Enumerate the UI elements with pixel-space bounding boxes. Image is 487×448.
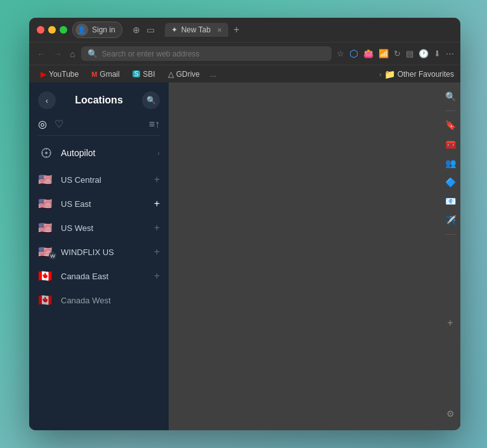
canada-flag-icon: 🇨🇦: [38, 270, 52, 282]
us-west-label: US West: [61, 223, 148, 233]
maximize-button[interactable]: [60, 26, 67, 34]
sidebar-diamond-icon[interactable]: 🔷: [443, 175, 458, 190]
history-icon[interactable]: 🕐: [419, 49, 429, 58]
bookmark-youtube[interactable]: ▶ YouTube: [36, 69, 84, 80]
us-flag-icon: 🇺🇸: [38, 197, 52, 210]
content-area: ‹ Locations 🔍 ◎ ♡ ≡↑: [29, 82, 460, 430]
address-input[interactable]: 🔍 Search or enter web address: [81, 46, 332, 61]
sidebar-users-icon[interactable]: 👥: [443, 155, 458, 171]
wifi-icon[interactable]: 📶: [379, 49, 389, 58]
vpn-location-us-east[interactable]: 🇺🇸 US East +: [29, 192, 169, 216]
vpn-search-button[interactable]: 🔍: [142, 91, 160, 109]
gmail-icon: M: [91, 70, 97, 78]
folder-icon: 📁: [384, 69, 395, 79]
bookmark-gdrive[interactable]: △ GDrive: [163, 69, 205, 80]
sidebar-briefcase-icon[interactable]: 🧰: [443, 136, 458, 152]
vpn-location-icon[interactable]: ◎: [38, 118, 47, 130]
sign-in-button[interactable]: 👤 Sign in: [72, 22, 122, 38]
canada-flag-icon: 🇨🇦: [38, 294, 52, 306]
sidebar-settings-icon[interactable]: ⚙: [446, 409, 455, 419]
us-west-flag: 🇺🇸: [38, 222, 55, 234]
bookmark-youtube-label: YouTube: [49, 70, 79, 79]
vpn-toolbar: ◎ ♡ ≡↑: [29, 115, 169, 135]
search-icon: 🔍: [88, 49, 98, 58]
autopilot-label: Autopilot: [61, 148, 151, 158]
vpn-header: ‹ Locations 🔍: [29, 82, 169, 115]
us-flag-icon: 🇺🇸: [38, 173, 52, 186]
active-tab[interactable]: ✦ New Tab ✕: [165, 23, 228, 37]
canada-east-add-icon[interactable]: +: [154, 270, 160, 282]
vpn-location-canada-east[interactable]: 🇨🇦 Canada East +: [29, 264, 169, 288]
tab-title: New Tab: [181, 25, 211, 34]
right-sidebar: 🔍 🔖 🧰 👥 🔷 📧 ✈️ + ⚙: [440, 82, 460, 430]
vpn-icon[interactable]: ⬡: [349, 48, 358, 60]
windflix-add-icon[interactable]: +: [154, 246, 160, 258]
bookmark-gdrive-label: GDrive: [176, 70, 200, 79]
bookmark-sbi-label: SBI: [143, 70, 155, 79]
sidebar-mail-icon[interactable]: 📧: [443, 194, 458, 209]
new-tab-button[interactable]: +: [231, 24, 242, 36]
sync-icon[interactable]: ↻: [394, 49, 401, 58]
bookmark-gmail[interactable]: M Gmail: [86, 69, 125, 80]
us-east-flag: 🇺🇸: [38, 198, 55, 209]
windflix-us-label: WINDFLIX US: [61, 247, 148, 257]
vpn-location-windflix-us[interactable]: 🇺🇸 W WINDFLIX US +: [29, 240, 169, 264]
canada-east-label: Canada East: [61, 272, 148, 281]
sidebar-paper-plane-icon[interactable]: ✈️: [443, 213, 458, 228]
home-button[interactable]: ⌂: [68, 48, 76, 60]
vpn-search-icon: 🔍: [146, 96, 156, 105]
vpn-panel-title: Locations: [56, 95, 142, 106]
us-east-add-icon[interactable]: +: [154, 198, 160, 209]
extensions-icon[interactable]: ⊕: [133, 25, 140, 35]
us-central-flag: 🇺🇸: [38, 174, 55, 185]
canada-west-label: Canada West: [61, 296, 160, 305]
address-bar: ← → ⌂ 🔍 Search or enter web address ☆ ⬡ …: [29, 42, 460, 65]
us-east-label: US East: [61, 199, 148, 209]
tab-close-button[interactable]: ✕: [217, 27, 222, 34]
vpn-location-canada-west[interactable]: 🇨🇦 Canada West: [29, 288, 169, 312]
bookmarks-overflow[interactable]: ...: [207, 69, 219, 80]
windflix-flag-container: 🇺🇸 W: [38, 246, 55, 258]
vpn-location-us-west[interactable]: 🇺🇸 US West +: [29, 216, 169, 240]
close-button[interactable]: [37, 26, 44, 34]
tab-bar: ✦ New Tab ✕ +: [165, 23, 453, 37]
vpn-back-button[interactable]: ‹: [38, 91, 56, 109]
wallet-icon[interactable]: 👛: [363, 49, 373, 58]
back-chevron-icon: ‹: [46, 96, 48, 105]
tab-favicon: ✦: [171, 25, 178, 34]
gdrive-icon: △: [168, 70, 174, 79]
bookmark-sbi[interactable]: S SBI: [127, 69, 160, 80]
vpn-favorites-icon[interactable]: ♡: [55, 118, 63, 130]
address-bar-actions: ☆ ⬡ 👛 📶 ↻ ▤ 🕐 ⬇ ⋯: [337, 48, 454, 60]
sign-in-label: Sign in: [92, 25, 115, 34]
title-bar-icons: ⊕ ▭: [133, 25, 155, 35]
more-menu-icon[interactable]: ⋯: [446, 49, 454, 58]
sidebar-search-icon[interactable]: 🔍: [443, 89, 458, 104]
us-central-add-icon[interactable]: +: [154, 174, 160, 185]
canada-east-flag: 🇨🇦: [38, 270, 55, 282]
title-bar: 👤 Sign in ⊕ ▭ ✦ New Tab ✕ +: [29, 18, 460, 42]
sbi-icon: S: [133, 70, 141, 77]
vpn-locations-list: Autopilot › 🇺🇸 US Central + 🇺🇸 U: [29, 138, 169, 430]
other-favourites-label[interactable]: Other Favourites: [398, 70, 454, 79]
back-button[interactable]: ←: [36, 48, 47, 60]
minimize-button[interactable]: [48, 26, 56, 34]
us-west-add-icon[interactable]: +: [154, 222, 160, 234]
sidebar-bookmark-icon[interactable]: 🔖: [443, 117, 458, 133]
us-central-label: US Central: [61, 175, 148, 185]
vpn-filter-icon[interactable]: ≡↑: [149, 119, 160, 130]
sidebar-divider-2: [445, 234, 455, 235]
bookmarks-right-section: › 📁 Other Favourites: [379, 69, 454, 79]
forward-button[interactable]: →: [52, 48, 63, 60]
vpn-autopilot-item[interactable]: Autopilot ›: [29, 138, 169, 168]
address-text: Search or enter web address: [101, 49, 199, 58]
sidebar-add-button[interactable]: +: [447, 317, 453, 329]
download-icon[interactable]: ⬇: [434, 49, 441, 58]
vpn-location-us-central[interactable]: 🇺🇸 US Central +: [29, 168, 169, 192]
sidebar-toggle-icon[interactable]: ▭: [146, 25, 155, 35]
sidebar-divider-1: [445, 110, 455, 111]
bookmark-star-icon[interactable]: ☆: [337, 49, 344, 58]
bookmarks-chevron-left[interactable]: ›: [379, 70, 382, 78]
split-view-icon[interactable]: ▤: [406, 49, 413, 58]
autopilot-chevron-icon: ›: [157, 149, 160, 157]
